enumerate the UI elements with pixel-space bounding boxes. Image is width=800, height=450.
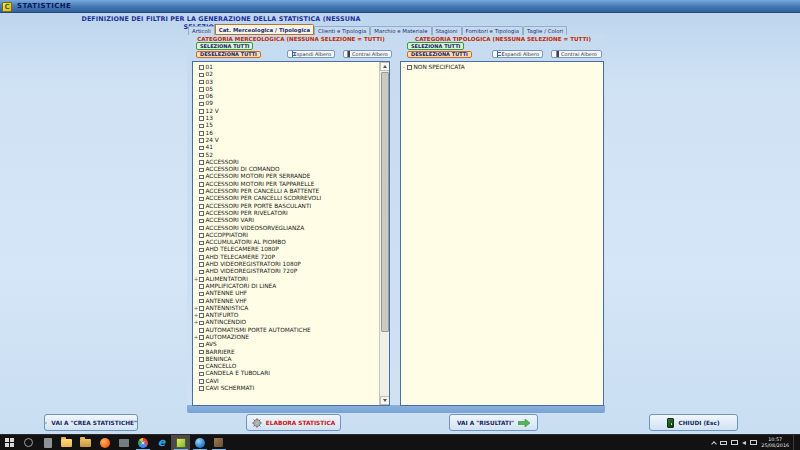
category-list-item[interactable]: 24 V <box>193 137 378 144</box>
item-checkbox[interactable] <box>199 233 204 238</box>
monitor-icon[interactable] <box>731 440 738 445</box>
category-list-item[interactable]: 09 <box>193 100 378 107</box>
item-checkbox[interactable] <box>199 248 204 253</box>
category-list-item[interactable]: + ANTENNISTICA <box>193 305 378 312</box>
item-checkbox[interactable] <box>199 197 204 202</box>
category-list-item[interactable]: AHD TELECAMERE 1080P <box>193 246 378 253</box>
category-list-item[interactable]: 02 <box>193 71 378 78</box>
item-checkbox[interactable] <box>199 80 204 85</box>
category-list-item[interactable]: 16 <box>193 130 378 137</box>
category-list-item[interactable]: 15 <box>193 122 378 129</box>
item-checkbox[interactable] <box>199 168 204 173</box>
item-checkbox[interactable] <box>199 350 204 355</box>
item-checkbox[interactable] <box>199 335 204 340</box>
goto-results-button[interactable]: VAI A "RISULTATI" <box>449 414 538 431</box>
category-list-item[interactable]: ACCOPPIATORI <box>193 232 378 239</box>
scroll-up-arrow-icon[interactable] <box>380 62 390 71</box>
left-collapse-tree-button[interactable]: Contrai Albero <box>343 50 392 58</box>
left-expand-tree-button[interactable]: Espandi Albero <box>287 50 335 58</box>
chevron-up-icon[interactable] <box>712 441 718 447</box>
category-list-item[interactable]: + ANTINCENDIO <box>193 319 378 326</box>
item-checkbox[interactable] <box>199 255 204 260</box>
category-list-item[interactable]: ACCESSORI <box>193 159 378 166</box>
item-checkbox[interactable] <box>199 321 204 326</box>
tab[interactable]: Fornitori e Tipologia <box>462 26 523 36</box>
item-checkbox[interactable] <box>199 146 204 151</box>
right-expand-tree-button[interactable]: Espandi Albero <box>492 50 543 58</box>
category-list-item[interactable]: + ANTIFURTO <box>193 312 378 319</box>
keyboard-icon[interactable] <box>750 440 757 445</box>
item-checkbox[interactable] <box>199 211 204 216</box>
item-checkbox[interactable] <box>199 116 204 121</box>
item-checkbox[interactable] <box>199 328 204 333</box>
item-checkbox[interactable] <box>199 299 204 304</box>
category-list-item[interactable]: ACCESSORI MOTORI PER TAPPARELLE <box>193 181 378 188</box>
category-list-item[interactable]: 41 <box>193 144 378 151</box>
item-checkbox[interactable] <box>199 138 204 143</box>
category-list-item[interactable]: + ALIMENTATORI <box>193 276 378 283</box>
category-list-item[interactable]: ACCUMULATORI AL PIOMBO <box>193 239 378 246</box>
category-list-item[interactable]: BARRIERE <box>193 349 378 356</box>
right-select-all-button[interactable]: SELEZIONA TUTTI <box>407 42 464 50</box>
item-checkbox[interactable] <box>199 277 204 282</box>
item-checkbox[interactable] <box>199 109 204 114</box>
tab[interactable]: Articoli <box>188 26 215 36</box>
item-checkbox[interactable] <box>199 219 204 224</box>
chrome-button[interactable] <box>133 435 152 450</box>
category-list-item[interactable]: AMPLIFICATORI DI LINEA <box>193 283 378 290</box>
tab[interactable]: Clienti e Tipologia <box>314 26 370 36</box>
close-button[interactable]: CHIUDI (Esc) <box>649 414 738 431</box>
category-list-item[interactable]: 06 <box>193 93 378 100</box>
tab[interactable]: Marchio e Materiale <box>370 26 431 36</box>
category-list-item[interactable]: 03 <box>193 79 378 86</box>
category-list-item[interactable]: 01 <box>193 64 378 71</box>
category-list-item[interactable]: ANTENNE UHF <box>193 290 378 297</box>
item-checkbox[interactable] <box>199 343 204 348</box>
scroll-down-arrow-icon[interactable] <box>380 396 390 405</box>
category-list-item[interactable]: 52 <box>193 152 378 159</box>
right-collapse-tree-button[interactable]: Contrai Albero <box>551 50 602 58</box>
item-checkbox[interactable] <box>199 153 204 158</box>
category-list-item[interactable]: ACCESSORI VARI <box>193 217 378 224</box>
scrollbar-thumb[interactable] <box>381 72 390 332</box>
item-checkbox[interactable] <box>199 102 204 107</box>
tab[interactable]: Stagioni <box>432 26 462 36</box>
taskbar-clock[interactable]: 10:57 25/08/2016 <box>761 437 789 448</box>
left-select-all-button[interactable]: SELEZIONA TUTTI <box>196 42 253 50</box>
task-view-button[interactable] <box>38 435 57 450</box>
battery-icon[interactable] <box>720 441 727 445</box>
category-list-item[interactable]: CANCELLO <box>193 363 378 370</box>
folder-button[interactable] <box>76 435 95 450</box>
category-list-item[interactable]: AHD VIDEOREGISTRATORI 1080P <box>193 261 378 268</box>
category-list-item[interactable]: ACCESSORI PER PORTE BASCULANTI <box>193 203 378 210</box>
item-checkbox[interactable] <box>199 270 204 275</box>
brown-app-button[interactable] <box>209 435 228 450</box>
category-list-item[interactable]: 05 <box>193 86 378 93</box>
category-list-item[interactable]: ACCESSORI PER CANCELLI A BATTENTE <box>193 188 378 195</box>
item-checkbox[interactable] <box>199 95 204 100</box>
cortana-button[interactable] <box>19 435 38 450</box>
firefox-button[interactable] <box>95 435 114 450</box>
category-list-item[interactable]: 12 V <box>193 108 378 115</box>
right-deselect-all-button[interactable]: DESELEZIONA TUTTI <box>407 51 472 59</box>
category-list-item[interactable]: 13 <box>193 115 378 122</box>
item-checkbox[interactable] <box>407 65 412 70</box>
item-checkbox[interactable] <box>199 313 204 318</box>
globe-app-button[interactable] <box>190 435 209 450</box>
internet-explorer-button[interactable]: e <box>152 435 171 450</box>
item-checkbox[interactable] <box>199 160 204 165</box>
item-checkbox[interactable] <box>199 182 204 187</box>
item-checkbox[interactable] <box>199 365 204 370</box>
category-list-item[interactable]: ACCESSORI PER CANCELLI SCORREVOLI <box>193 195 378 202</box>
left-deselect-all-button[interactable]: DESELEZIONA TUTTI <box>196 51 261 59</box>
item-checkbox[interactable] <box>199 189 204 194</box>
category-list-item[interactable]: ACCESSORI PER RIVELATORI <box>193 210 378 217</box>
item-checkbox[interactable] <box>199 372 204 377</box>
category-list-item[interactable]: ACCESSORI VIDEOSORVEGLIANZA <box>193 225 378 232</box>
speaker-icon[interactable] <box>742 441 746 445</box>
category-list-item[interactable]: ACCESSORI DI COMANDO <box>193 166 378 173</box>
category-list-item[interactable]: ACCESSORI MOTORI PER SERRANDE <box>193 173 378 180</box>
category-list-item[interactable]: CAVI SCHERMATI <box>193 385 378 392</box>
item-checkbox[interactable] <box>199 306 204 311</box>
start-button[interactable] <box>0 435 19 450</box>
